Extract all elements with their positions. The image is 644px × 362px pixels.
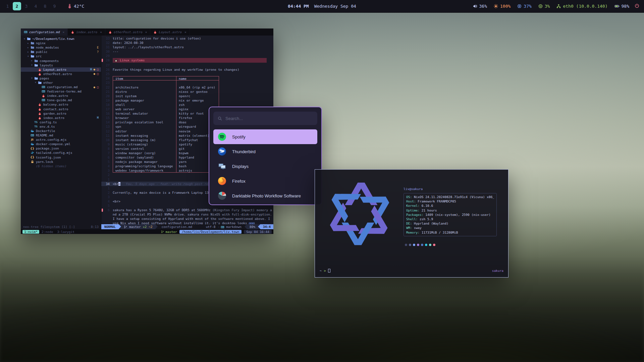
table-cell: version control [113,146,176,151]
tree-item-public[interactable]: ▶public? [21,50,101,54]
tree-item-label: tailwind.config.mjs [36,151,72,155]
launcher-app-Thunderbird[interactable]: Thunderbird [213,144,317,159]
line-number: 5 [104,160,113,164]
tree-item-configuration.md[interactable]: configuration.md●□ [21,85,101,89]
buffer-tabs: configuration.md×index.astro×otherPost.a… [21,28,190,36]
tree-item-package.json[interactable]: {}package.json [21,146,101,150]
tmux-window-3:lazygit[interactable]: 3:lazygit [55,230,76,234]
launcher-app-Firefox[interactable]: Firefox [213,174,317,188]
tree-item-docker-compose.yml[interactable]: docker-compose.yml [21,142,101,146]
tree-item-label: layouts [40,63,53,67]
tree-item-other[interactable]: ▼other [21,80,101,85]
bar-module-memory[interactable]: 37% [517,4,531,9]
buffer-tab-configuration.md[interactable]: configuration.md× [21,28,68,36]
tree-item-otherPost.astro[interactable]: otherPost.astro●□ [21,72,101,76]
tree-item-label: Layout.astro [43,68,66,71]
tab-close-icon[interactable]: × [100,30,102,34]
bar-module-network[interactable]: eth0 (10.0.0.140) [556,4,607,9]
tab-close-icon[interactable]: × [63,30,65,34]
tree-item-fediverse-terms.md[interactable]: fediverse-terms.md [21,89,101,94]
tree-item-tone-guide.md[interactable]: tone-guide.md [21,98,101,102]
tree-item-garden.astro[interactable]: garden.astro [21,111,101,116]
buffer-tab-otherPost.astro[interactable]: otherPost.astro× [105,28,151,36]
tree-item-label: index.astro [47,94,68,98]
search-input[interactable] [225,116,313,121]
tree-item-~/Development/liv.town[interactable]: ▼~/Development/liv.town [21,37,101,41]
launcher-app-label: Displays [232,164,249,169]
buffer-tab-index.astro[interactable]: index.astro× [68,28,105,36]
workspace-button-9[interactable]: 9 [50,2,59,10]
tree-item-index.astro[interactable]: index.astroH [21,116,101,120]
astro-icon [37,116,42,120]
bar-module-volume[interactable]: 36% [473,4,487,9]
tree-item-layouts[interactable]: ▼layouts [21,63,101,67]
tree-item-index.astro[interactable]: index.astro [21,94,101,98]
tree-item-label: pages [40,76,49,80]
line-number: 34 [104,182,113,186]
tmux-window-2:node[interactable]: 2:node [40,230,55,234]
tree-item-tsconfig.json[interactable]: {}tsconfig.json [21,155,101,160]
tree-item-balcony.astro[interactable]: balcony.astro [21,102,101,107]
tree-item-src[interactable]: ▼src [21,54,101,58]
bar-module-battery[interactable]: 98% [614,4,629,9]
tree-item-config.ts[interactable]: TSconfig.ts [21,120,101,124]
buffer-tab-Layout.astro[interactable]: Layout.astro× [150,28,190,36]
clock-time: 04:44 PM [288,4,309,9]
power-button[interactable] [635,3,639,9]
bar-module-cpu[interactable]: 3% [538,4,550,9]
terminal-window[interactable]: liv@sakura OS: NixOS 24.11.20240828.71e9… [315,169,508,278]
fetch-info-row: WM: sway [406,226,494,230]
tree-item-env.d.ts[interactable]: TSenv.d.ts [21,124,101,129]
table-cell: editor [113,129,176,133]
tree-item-yarn.lock[interactable]: yarn.lock [21,160,101,164]
tab-close-icon[interactable]: × [184,30,186,34]
line-number: 27 [104,63,113,67]
launcher-app-Spotify[interactable]: Spotify [213,129,317,144]
editor-line: 25 [101,72,273,76]
tree-item-label: public [36,50,47,54]
statusline-separator: ‹ [217,224,221,229]
editor-line: 30--- [101,49,273,54]
editor-line: 33title: configuration for devices i use… [101,36,273,41]
shell-prompt[interactable]: ~ > sakura [320,268,503,273]
line-number: 9 [104,142,113,146]
workspace-button-1[interactable]: 1 [3,2,12,10]
bar-module-brightness-value: 100% [500,4,511,9]
tree-item-pages[interactable]: ▼pages [21,76,101,80]
tmux-window-1:nvim*[interactable]: 1:nvim* [22,230,39,234]
tree-item-README.md[interactable]: README.md [21,133,101,137]
tree-item-contact.astro[interactable]: contact.astro [21,107,101,111]
workspaces: 123489 [3,2,59,10]
workspace-button-2[interactable]: 2 [13,2,21,10]
tree-item-(6 hidden items)[interactable]: (6 hidden items) [21,164,101,168]
line-number: 16 [104,111,113,116]
bar-module-brightness[interactable]: 100% [494,4,511,9]
tree-badge: ● [94,72,95,75]
tree-item-Dockerfile[interactable]: Dockerfile [21,129,101,133]
tab-close-icon[interactable]: × [145,30,147,34]
launcher-app-Displays[interactable]: Displays [213,159,317,174]
status-bar: 123489 42°C 04:44 PM Wednesday Sep 04 36… [0,0,644,13]
tree-item-label: garden.astro [43,112,66,115]
workspace-button-4[interactable]: 4 [32,2,40,10]
line-number: 14 [104,120,113,124]
launcher-app-Darktable Photo Workflow Software[interactable]: Darktable Photo Workflow Software [213,188,317,203]
tree-item-Layout.astro[interactable]: Layout.astroH●□ [21,67,101,72]
tree-item-tailwind.config.mjs[interactable]: tailwind.config.mjs [21,150,101,155]
bar-module-cpu-value: 3% [545,4,550,9]
darktable-icon [218,191,226,200]
editor-line: 29 [101,54,273,58]
powerline-separator [258,224,260,229]
tree-item-nginx[interactable]: ▶nginx [21,41,101,45]
markdown-file-icon [221,225,224,229]
workspace-button-8[interactable]: 8 [41,2,49,10]
workspace-button-3[interactable]: 3 [22,2,31,10]
launcher-search[interactable] [213,112,317,125]
spotify-icon [218,132,226,141]
volume-icon [473,4,477,8]
tree-item-components[interactable]: ▶components [21,58,101,63]
astro-icon [41,94,46,98]
tree-item-node_modules[interactable]: ▶node_modulesE [21,45,101,50]
editor-line: 21distronixos or gentoo [101,89,273,94]
tree-item-astro.config.mjs[interactable]: JSastro.config.mjs [21,137,101,142]
